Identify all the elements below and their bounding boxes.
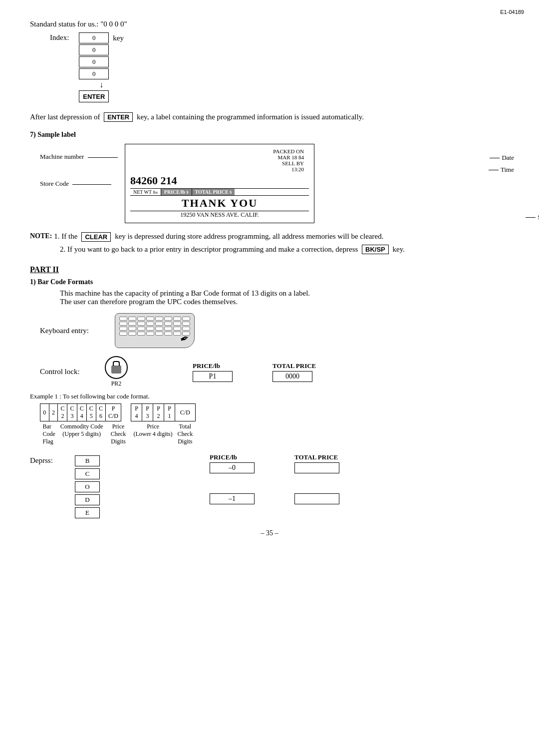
- note1b-text: key is depressed during store address pr…: [115, 232, 383, 242]
- part2-section: PART II 1) Bar Code Formats This machine…: [30, 265, 509, 519]
- example1-heading: Example 1 : To set following bar code fo…: [30, 392, 509, 400]
- control-lock-row: Control lock: PR2 PRICE/lb P1 TOTAL PRIC…: [40, 356, 509, 387]
- col-c6: C6: [96, 404, 105, 421]
- after-enter-section: After last depression of ENTER key, a la…: [30, 112, 509, 122]
- index-cell-3: 0: [79, 68, 109, 79]
- price-display-group: PRICE/lb P1 TOTAL PRICE 0000: [183, 362, 316, 382]
- page: E1-04189 Standard status for us.: "0 0 0…: [0, 0, 539, 567]
- k-key-20: [146, 327, 154, 331]
- pr2-label: PR2: [111, 380, 122, 387]
- depress-left: Deprss: B C O D E: [30, 453, 100, 519]
- total-price-display: TOTAL PRICE 0000: [272, 362, 316, 382]
- k-key-9: [119, 322, 127, 326]
- note2-text: 2. If you want to go back to a prior ent…: [60, 245, 358, 253]
- lock-circle-icon: [105, 356, 128, 379]
- keyboard-illustration: ✒: [115, 313, 195, 348]
- label-box: PACKED ON MAR 18 84 SELL BY 13:20 84260 …: [125, 144, 314, 223]
- col-c2: C2: [58, 404, 67, 421]
- k-key-4: [146, 317, 154, 321]
- depress-boxes: B C O D E: [75, 455, 100, 519]
- packed-on: PACKED ON MAR 18 84 SELL BY 13:20: [130, 148, 309, 172]
- depress-price-lb2-box: –1: [210, 493, 255, 504]
- k-key-2: [128, 317, 136, 321]
- k-key-1: [119, 317, 127, 321]
- thank-you: THANK YOU: [130, 197, 309, 210]
- standard-status-label: Standard status for us.: "0 0 0 0": [30, 20, 509, 28]
- k-key-25: [119, 332, 127, 336]
- depress-price-row1: PRICE/lb –0 TOTAL PRICE: [200, 453, 339, 473]
- k-key-6: [164, 317, 172, 321]
- depress-total-price: TOTAL PRICE: [294, 453, 339, 473]
- total-price-cell: TOTAL PRICE $: [192, 189, 235, 195]
- depress-price-lb-label: PRICE/lb: [210, 453, 255, 461]
- index-label: Index:: [50, 33, 69, 42]
- col-p-cd: PC/D: [106, 404, 121, 421]
- desc-total-check: TotalCheckDigits: [175, 421, 196, 447]
- store-code-annotation: Store Code: [40, 180, 111, 188]
- k-key-18: [128, 327, 136, 331]
- sample-label-section: 7) Sample label Machine number Store Cod…: [30, 131, 509, 223]
- index-cell-0: 0: [79, 32, 109, 43]
- after-text: After last depression of: [30, 113, 100, 121]
- k-key-28: [146, 332, 154, 336]
- k-key-5: [155, 317, 163, 321]
- k-key-30: [164, 332, 172, 336]
- k-key-24: [182, 327, 190, 331]
- k-key-11: [137, 322, 145, 326]
- bar-code-text1: This machine has the capacity of printin…: [60, 289, 509, 298]
- k-key-13: [155, 322, 163, 326]
- k-key-19: [137, 327, 145, 331]
- total-price-box: 0000: [272, 371, 312, 382]
- date-annotation: Date: [490, 154, 514, 162]
- lock-body: [111, 366, 121, 374]
- price-lb-cell: PRICE/lb $: [161, 189, 192, 195]
- note-section: NOTE: 1. If the CLEAR key is depressed d…: [30, 232, 509, 254]
- col-p4: P4: [131, 404, 142, 421]
- keyboard-entry-label: Keyboard entry:: [40, 327, 105, 335]
- barcode-format-table: 0 2 C2 C3 C4 C5 C6 PC/D P4 P3 P2 P1 C/D …: [40, 403, 196, 446]
- label-diagram-wrapper: Machine number Store Code PACKED ON MAR …: [40, 144, 509, 223]
- bksp-key-box[interactable]: BK/SP: [362, 245, 389, 254]
- price-lb-label: PRICE/lb: [193, 362, 233, 370]
- desc-barcode-flag: BarCodeFlag: [40, 421, 58, 447]
- note1-row: NOTE: 1. If the CLEAR key is depressed d…: [30, 232, 509, 242]
- clear-key-box[interactable]: CLEAR: [81, 232, 111, 242]
- k-key-29: [155, 332, 163, 336]
- store-code-row: 84260 214: [130, 174, 309, 187]
- depress-price-lb: PRICE/lb –0: [210, 453, 255, 473]
- depress-total-price2-box: [294, 493, 339, 504]
- sample-label-heading: 7) Sample label: [30, 131, 509, 139]
- page-number: – 35 –: [30, 529, 509, 537]
- depress-box-o: O: [75, 481, 100, 492]
- bar-code-text2: The user can therefore program the UPC c…: [60, 298, 509, 306]
- net-wt-cell: NET WT lbs: [130, 189, 161, 195]
- k-key-14: [164, 322, 172, 326]
- k-key-17: [119, 327, 127, 331]
- depress-box-b: B: [75, 455, 100, 466]
- enter-key-box[interactable]: ENTER: [79, 90, 109, 102]
- depress-box-d: D: [75, 494, 100, 505]
- k-key-3: [137, 317, 145, 321]
- k-key-12: [146, 322, 154, 326]
- store-code-value: 84260 214: [130, 174, 177, 187]
- k-key-23: [173, 327, 181, 331]
- col-c5: C5: [86, 404, 96, 421]
- col-p1: P1: [164, 404, 175, 421]
- k-key-26: [128, 332, 136, 336]
- machine-number-annotation: Machine number: [40, 153, 118, 161]
- lock-shackle: [113, 361, 120, 366]
- price-lb-display: PRICE/lb P1: [193, 362, 233, 382]
- k-key-8: [182, 317, 190, 321]
- depress-price-row2: –1: [200, 493, 339, 504]
- col-spacer: [121, 404, 131, 421]
- enter-key-inline[interactable]: ENTER: [104, 112, 133, 122]
- price-lb-box: P1: [193, 371, 233, 382]
- col-p2: P2: [153, 404, 164, 421]
- index-cell-1: 0: [79, 44, 109, 55]
- k-key-16: [182, 322, 190, 326]
- after-text2: key, a label containing the programmed i…: [137, 113, 364, 121]
- keyboard-entry-row: Keyboard entry:: [40, 313, 509, 348]
- control-lock-icon-group: PR2: [105, 356, 128, 387]
- deprss-label: Deprss:: [30, 456, 65, 465]
- price-row: NET WT lbs PRICE/lb $ TOTAL PRICE $: [130, 188, 309, 196]
